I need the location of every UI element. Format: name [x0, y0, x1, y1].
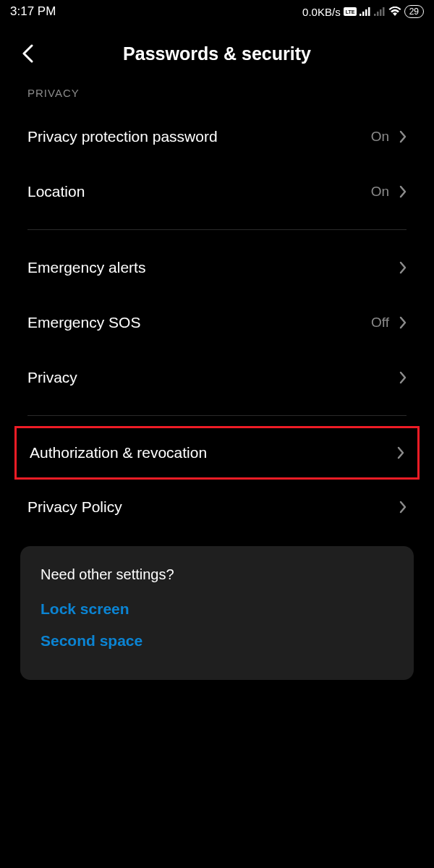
row-label: Privacy Policy: [27, 498, 399, 516]
svg-rect-9: [383, 7, 385, 16]
row-value: Off: [371, 315, 389, 331]
chevron-right-icon: [397, 446, 404, 459]
chevron-right-icon: [399, 371, 407, 384]
status-right: 0.0KB/s LTE 29: [302, 5, 424, 18]
signal-2-icon: [374, 7, 386, 16]
svg-rect-6: [374, 14, 376, 16]
svg-rect-8: [380, 9, 382, 16]
row-label: Authorization & revocation: [30, 444, 397, 461]
status-bar: 3:17 PM 0.0KB/s LTE 29: [0, 0, 434, 22]
row-emergency-alerts[interactable]: Emergency alerts: [0, 240, 434, 295]
header: Passwords & security: [0, 22, 434, 87]
highlight-box: Authorization & revocation: [14, 426, 420, 480]
section-label: PRIVACY: [0, 87, 434, 109]
row-privacy[interactable]: Privacy: [0, 350, 434, 405]
battery-icon: 29: [404, 5, 424, 18]
row-label: Emergency alerts: [27, 259, 399, 276]
svg-rect-3: [362, 12, 365, 16]
row-value: On: [371, 129, 389, 145]
row-label: Privacy protection password: [27, 128, 371, 145]
signal-icon: [359, 7, 371, 16]
chevron-right-icon: [399, 130, 407, 143]
row-label: Privacy: [27, 369, 399, 386]
svg-rect-7: [377, 12, 379, 16]
row-privacy-protection[interactable]: Privacy protection password On: [0, 109, 434, 164]
chevron-right-icon: [399, 316, 407, 329]
chevron-right-icon: [399, 501, 407, 514]
network-speed: 0.0KB/s: [302, 6, 341, 18]
other-settings-card: Need other settings? Lock screen Second …: [20, 546, 414, 680]
svg-rect-5: [368, 7, 370, 16]
status-time: 3:17 PM: [10, 4, 56, 19]
chevron-right-icon: [399, 185, 407, 198]
row-authorization-revocation[interactable]: Authorization & revocation: [30, 444, 404, 461]
row-privacy-policy[interactable]: Privacy Policy: [0, 480, 434, 535]
link-lock-screen[interactable]: Lock screen: [41, 600, 393, 618]
svg-rect-4: [365, 9, 367, 16]
volte-icon: LTE: [344, 7, 357, 16]
svg-text:LTE: LTE: [345, 9, 354, 14]
chevron-right-icon: [399, 261, 407, 274]
svg-rect-2: [359, 14, 362, 16]
divider: [27, 415, 407, 416]
page-title: Passwords & security: [14, 43, 420, 64]
row-value: On: [371, 184, 389, 200]
divider: [27, 229, 407, 230]
card-title: Need other settings?: [41, 566, 393, 583]
row-label: Emergency SOS: [27, 314, 371, 331]
row-emergency-sos[interactable]: Emergency SOS Off: [0, 295, 434, 350]
link-second-space[interactable]: Second space: [41, 632, 393, 650]
row-label: Location: [27, 183, 371, 200]
row-location[interactable]: Location On: [0, 164, 434, 219]
wifi-icon: [388, 7, 401, 17]
